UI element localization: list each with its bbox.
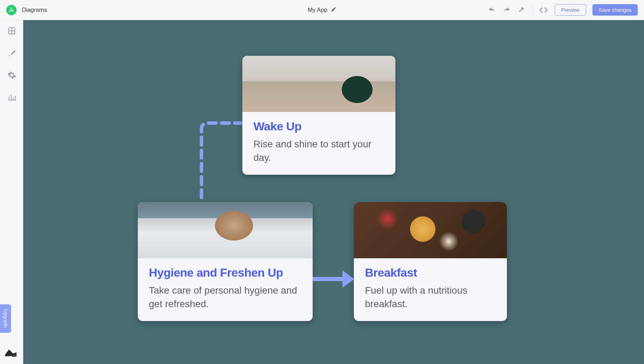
card-desc: Take care of personal hygiene and get re… bbox=[149, 284, 302, 311]
save-button[interactable]: Save changes bbox=[592, 4, 638, 16]
card-image bbox=[354, 202, 507, 258]
topbar-actions: Preview Save changes bbox=[487, 4, 638, 16]
redo-icon[interactable] bbox=[502, 6, 511, 15]
card-image bbox=[138, 202, 313, 258]
code-icon[interactable] bbox=[539, 5, 548, 15]
card-image bbox=[242, 56, 395, 112]
svg-text:>_<: >_< bbox=[13, 354, 16, 356]
gear-icon[interactable] bbox=[7, 71, 16, 80]
undo-icon[interactable] bbox=[487, 6, 496, 15]
section-label: Diagrams bbox=[22, 7, 47, 14]
card-desc: Fuel up with a nutritious breakfast. bbox=[365, 284, 496, 311]
sidebar: Upgrade >_< bbox=[0, 20, 23, 364]
connector-dashed bbox=[197, 118, 242, 202]
topbar: Diagrams My App Preview Save changes bbox=[0, 0, 644, 20]
app-title-wrap: My App bbox=[308, 7, 337, 14]
card-title: Breakfast bbox=[365, 266, 496, 279]
card-body: Breakfast Fuel up with a nutritious brea… bbox=[354, 258, 507, 321]
preview-button[interactable]: Preview bbox=[555, 4, 586, 16]
connector-arrow bbox=[313, 270, 354, 288]
mascot-icon[interactable]: >_< bbox=[3, 347, 18, 358]
svg-point-0 bbox=[11, 8, 12, 9]
card-title: Wake Up bbox=[253, 120, 384, 133]
hammer-icon[interactable] bbox=[518, 6, 526, 14]
grid-icon[interactable] bbox=[7, 26, 16, 35]
upgrade-button[interactable]: Upgrade bbox=[0, 304, 11, 333]
chart-icon[interactable] bbox=[7, 93, 16, 102]
card-title: Hygiene and Freshen Up bbox=[149, 266, 302, 279]
diagram-card-wake-up[interactable]: Wake Up Rise and shine to start your day… bbox=[242, 56, 395, 175]
diagram-canvas[interactable]: Wake Up Rise and shine to start your day… bbox=[23, 20, 644, 364]
card-body: Hygiene and Freshen Up Take care of pers… bbox=[138, 258, 313, 321]
main: Upgrade >_< Wake Up Rise and shine to st… bbox=[0, 20, 644, 364]
toolbar-separator bbox=[532, 6, 533, 15]
brush-icon[interactable] bbox=[7, 49, 16, 58]
diagram-card-breakfast[interactable]: Breakfast Fuel up with a nutritious brea… bbox=[354, 202, 507, 321]
diagram-card-hygiene[interactable]: Hygiene and Freshen Up Take care of pers… bbox=[138, 202, 313, 321]
card-desc: Rise and shine to start your day. bbox=[253, 137, 384, 164]
app-logo[interactable] bbox=[6, 5, 17, 15]
card-body: Wake Up Rise and shine to start your day… bbox=[242, 112, 395, 175]
app-title: My App bbox=[308, 7, 328, 14]
edit-title-icon[interactable] bbox=[331, 7, 336, 14]
